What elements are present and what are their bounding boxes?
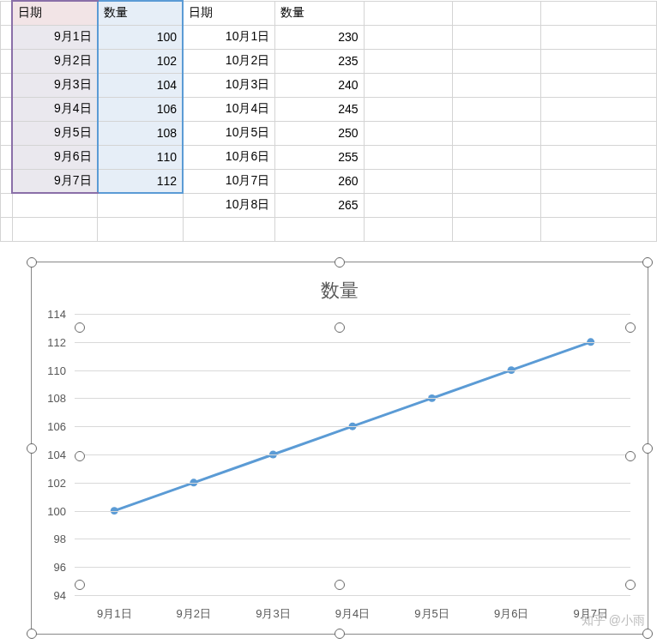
cell[interactable] bbox=[98, 193, 183, 217]
resize-handle-se[interactable] bbox=[642, 629, 653, 639]
cell[interactable] bbox=[183, 217, 275, 241]
cell[interactable] bbox=[541, 217, 657, 241]
cell[interactable] bbox=[364, 217, 452, 241]
cell[interactable]: 10月7日 bbox=[183, 169, 275, 193]
resize-handle-s[interactable] bbox=[335, 629, 345, 639]
cell[interactable] bbox=[98, 217, 183, 241]
cell[interactable] bbox=[1, 193, 13, 217]
cell[interactable]: 110 bbox=[98, 145, 183, 169]
cell[interactable]: 日期 bbox=[12, 1, 98, 25]
cell[interactable] bbox=[452, 169, 540, 193]
cell[interactable]: 112 bbox=[98, 169, 183, 193]
cell[interactable]: 9月5日 bbox=[12, 121, 98, 145]
cell[interactable] bbox=[275, 217, 364, 241]
cell[interactable]: 255 bbox=[275, 145, 364, 169]
cell[interactable]: 日期 bbox=[183, 1, 275, 25]
resize-handle-n[interactable] bbox=[335, 257, 345, 268]
plot-handle-ne[interactable] bbox=[625, 322, 636, 333]
cell[interactable]: 9月1日 bbox=[12, 25, 98, 49]
cell[interactable]: 9月3日 bbox=[12, 73, 98, 97]
cell[interactable]: 10月4日 bbox=[183, 97, 275, 121]
cell[interactable] bbox=[1, 97, 13, 121]
cell[interactable] bbox=[1, 217, 13, 241]
cell[interactable] bbox=[452, 25, 540, 49]
cell[interactable] bbox=[364, 169, 452, 193]
cell[interactable] bbox=[541, 25, 657, 49]
cell[interactable] bbox=[1, 25, 13, 49]
cell[interactable] bbox=[541, 169, 657, 193]
cell[interactable]: 数量 bbox=[275, 1, 364, 25]
resize-handle-w[interactable] bbox=[27, 443, 37, 454]
cell[interactable]: 9月4日 bbox=[12, 97, 98, 121]
plot-handle-e[interactable] bbox=[625, 451, 636, 461]
cell[interactable] bbox=[452, 121, 540, 145]
cell[interactable] bbox=[1, 169, 13, 193]
cell[interactable]: 10月2日 bbox=[183, 49, 275, 73]
plot-handle-nw[interactable] bbox=[75, 322, 85, 333]
cell[interactable]: 250 bbox=[275, 121, 364, 145]
cell[interactable] bbox=[1, 73, 13, 97]
cell[interactable]: 10月1日 bbox=[183, 25, 275, 49]
cell[interactable] bbox=[364, 193, 452, 217]
resize-handle-e[interactable] bbox=[642, 443, 653, 454]
cell[interactable] bbox=[1, 49, 13, 73]
cell[interactable] bbox=[364, 145, 452, 169]
cell[interactable] bbox=[364, 49, 452, 73]
plot-handle-w[interactable] bbox=[75, 451, 85, 461]
cell[interactable] bbox=[452, 217, 540, 241]
plot-area[interactable] bbox=[75, 314, 630, 595]
cell[interactable] bbox=[1, 145, 13, 169]
plot-handle-sw[interactable] bbox=[75, 580, 85, 590]
resize-handle-sw[interactable] bbox=[27, 629, 37, 639]
resize-handle-ne[interactable] bbox=[642, 257, 653, 268]
cell[interactable] bbox=[452, 1, 540, 25]
cell[interactable] bbox=[541, 145, 657, 169]
plot-handle-s[interactable] bbox=[335, 580, 345, 590]
cell[interactable] bbox=[12, 217, 98, 241]
cell[interactable] bbox=[452, 97, 540, 121]
cell[interactable] bbox=[364, 73, 452, 97]
cell[interactable] bbox=[541, 121, 657, 145]
cell[interactable] bbox=[364, 25, 452, 49]
cell[interactable] bbox=[541, 49, 657, 73]
cell[interactable]: 9月6日 bbox=[12, 145, 98, 169]
cell[interactable] bbox=[1, 121, 13, 145]
cell[interactable] bbox=[364, 1, 452, 25]
cell[interactable]: 265 bbox=[275, 193, 364, 217]
cell[interactable] bbox=[1, 1, 13, 25]
cell[interactable]: 102 bbox=[98, 49, 183, 73]
cell[interactable]: 10月5日 bbox=[183, 121, 275, 145]
cell[interactable] bbox=[452, 193, 540, 217]
resize-handle-nw[interactable] bbox=[27, 257, 37, 268]
cell[interactable]: 104 bbox=[98, 73, 183, 97]
cell[interactable]: 数量 bbox=[98, 1, 183, 25]
cell[interactable]: 240 bbox=[275, 73, 364, 97]
cell[interactable]: 106 bbox=[98, 97, 183, 121]
cell[interactable] bbox=[364, 121, 452, 145]
cell[interactable]: 260 bbox=[275, 169, 364, 193]
cell[interactable] bbox=[541, 1, 657, 25]
plot-handle-se[interactable] bbox=[625, 580, 636, 590]
cell[interactable] bbox=[541, 193, 657, 217]
cell[interactable]: 108 bbox=[98, 121, 183, 145]
cell[interactable] bbox=[452, 145, 540, 169]
cell[interactable]: 10月6日 bbox=[183, 145, 275, 169]
cell[interactable]: 245 bbox=[275, 97, 364, 121]
cell[interactable] bbox=[12, 193, 98, 217]
cell[interactable]: 9月7日 bbox=[12, 169, 98, 193]
cell[interactable] bbox=[541, 97, 657, 121]
cell[interactable] bbox=[541, 73, 657, 97]
cell[interactable] bbox=[452, 73, 540, 97]
cell[interactable] bbox=[364, 97, 452, 121]
chart-title[interactable]: 数量 bbox=[32, 278, 648, 304]
cell[interactable]: 10月8日 bbox=[183, 193, 275, 217]
cell[interactable] bbox=[452, 49, 540, 73]
cell[interactable]: 9月2日 bbox=[12, 49, 98, 73]
spreadsheet-grid[interactable]: 日期数量日期数量9月1日10010月1日2309月2日10210月2日2359月… bbox=[0, 0, 657, 242]
cell[interactable]: 230 bbox=[275, 25, 364, 49]
plot-handle-n[interactable] bbox=[335, 322, 345, 333]
cell[interactable]: 10月3日 bbox=[183, 73, 275, 97]
chart-container[interactable]: 数量 949698100102104106108110112114 9月1日9月… bbox=[31, 262, 648, 635]
cell[interactable]: 100 bbox=[98, 25, 183, 49]
cell[interactable]: 235 bbox=[275, 49, 364, 73]
